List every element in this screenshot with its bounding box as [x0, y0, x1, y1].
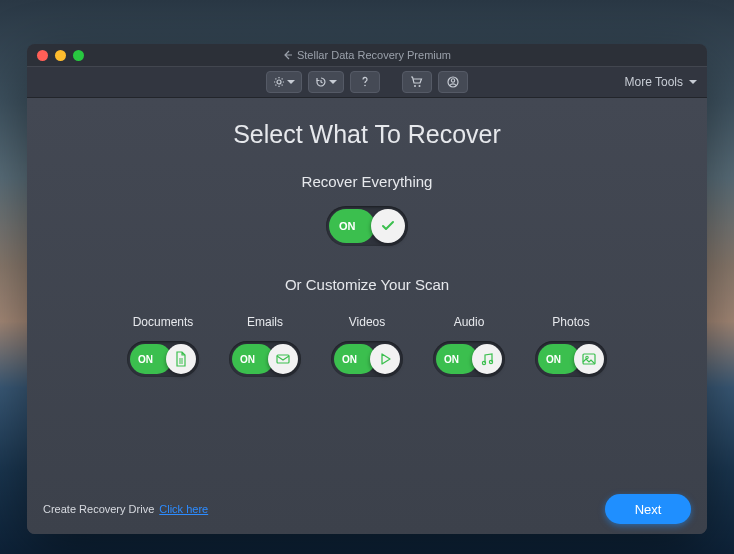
category-label: Emails — [247, 315, 283, 329]
more-tools-label: More Tools — [625, 75, 683, 89]
account-button[interactable] — [438, 71, 468, 93]
desktop-background: Stellar Data Recovery Premium — [0, 0, 734, 554]
document-icon — [173, 351, 189, 367]
music-icon — [479, 351, 495, 367]
toggle-on-label: ON — [240, 354, 255, 365]
toggle-on-label: ON — [339, 220, 356, 232]
svg-point-8 — [489, 360, 492, 363]
toggle-on-label: ON — [138, 354, 153, 365]
next-button[interactable]: Next — [605, 494, 691, 524]
category-documents: Documents ON — [127, 315, 199, 377]
toggle-on-label: ON — [444, 354, 459, 365]
documents-toggle[interactable]: ON — [127, 341, 199, 377]
category-row: Documents ON Emails ON — [47, 315, 687, 377]
recover-everything-label: Recover Everything — [302, 173, 433, 190]
toggle-on-label: ON — [546, 354, 561, 365]
svg-point-7 — [482, 361, 485, 364]
help-icon — [360, 76, 370, 88]
svg-point-0 — [277, 80, 281, 84]
category-label: Videos — [349, 315, 385, 329]
category-label: Photos — [552, 315, 589, 329]
audio-toggle[interactable]: ON — [433, 341, 505, 377]
category-label: Documents — [133, 315, 194, 329]
category-label: Audio — [454, 315, 485, 329]
cart-icon — [410, 76, 424, 88]
category-photos: Photos ON — [535, 315, 607, 377]
user-icon — [447, 76, 459, 88]
page-title: Select What To Recover — [233, 120, 501, 149]
category-emails: Emails ON — [229, 315, 301, 377]
check-icon — [380, 218, 396, 234]
help-button[interactable] — [350, 71, 380, 93]
main-content: Select What To Recover Recover Everythin… — [27, 98, 707, 534]
videos-toggle[interactable]: ON — [331, 341, 403, 377]
cart-button[interactable] — [402, 71, 432, 93]
category-audio: Audio ON — [433, 315, 505, 377]
svg-point-2 — [414, 85, 416, 87]
photo-icon — [581, 351, 597, 367]
play-icon — [377, 351, 393, 367]
next-label: Next — [635, 502, 662, 517]
email-icon — [275, 351, 291, 367]
customize-scan-label: Or Customize Your Scan — [285, 276, 449, 293]
window-title: Stellar Data Recovery Premium — [27, 49, 707, 61]
svg-point-5 — [451, 79, 454, 82]
chevron-down-icon — [287, 80, 295, 84]
create-recovery-drive-label: Create Recovery Drive — [43, 503, 154, 515]
history-icon — [315, 76, 327, 88]
footer: Create Recovery Drive Click here Next — [27, 484, 707, 534]
toggle-on-label: ON — [342, 354, 357, 365]
gear-icon — [273, 76, 285, 88]
svg-point-1 — [364, 85, 366, 87]
more-tools-dropdown[interactable]: More Tools — [625, 75, 697, 89]
titlebar: Stellar Data Recovery Premium — [27, 44, 707, 66]
back-arrow-icon — [283, 50, 293, 60]
click-here-link[interactable]: Click here — [159, 503, 208, 515]
svg-point-3 — [419, 85, 421, 87]
category-videos: Videos ON — [331, 315, 403, 377]
emails-toggle[interactable]: ON — [229, 341, 301, 377]
recover-everything-toggle[interactable]: ON — [326, 206, 408, 246]
chevron-down-icon — [689, 80, 697, 84]
history-button[interactable] — [308, 71, 344, 93]
photos-toggle[interactable]: ON — [535, 341, 607, 377]
settings-button[interactable] — [266, 71, 302, 93]
chevron-down-icon — [329, 80, 337, 84]
svg-rect-6 — [277, 355, 289, 363]
app-window: Stellar Data Recovery Premium — [27, 44, 707, 534]
toolbar: More Tools — [27, 66, 707, 98]
